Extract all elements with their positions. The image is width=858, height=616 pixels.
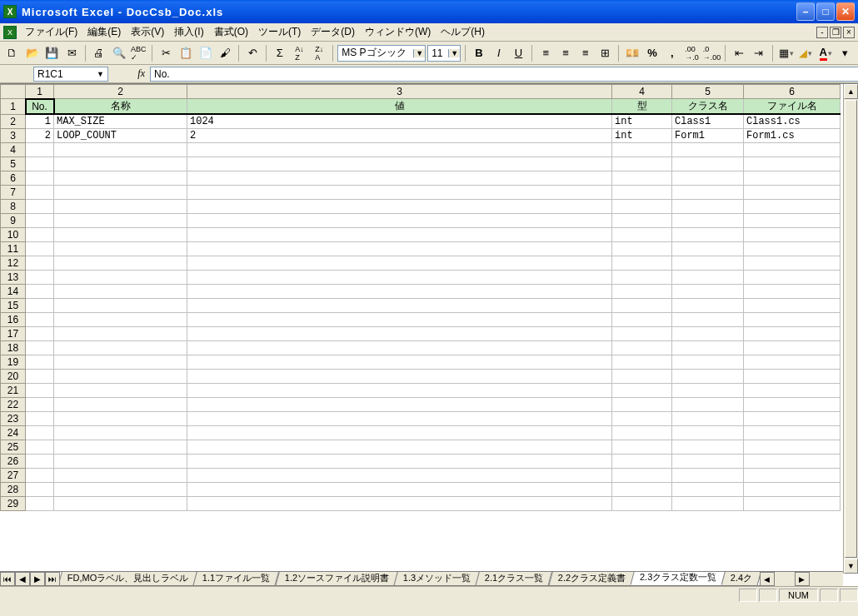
cell[interactable]: [672, 440, 744, 454]
decrease-decimal-icon[interactable]: .0→.00: [702, 44, 721, 62]
cell[interactable]: [672, 256, 744, 270]
cell[interactable]: ファイル名: [744, 99, 841, 115]
cell[interactable]: [187, 397, 612, 411]
cell[interactable]: [612, 425, 672, 440]
menu-edit[interactable]: 編集(E): [82, 23, 126, 41]
row-header[interactable]: 6: [1, 171, 26, 185]
sort-desc-icon[interactable]: Z↓A: [310, 44, 328, 62]
merge-center-icon[interactable]: ⊞: [596, 44, 615, 62]
cell[interactable]: [26, 284, 54, 298]
underline-icon[interactable]: U: [510, 44, 528, 62]
cell[interactable]: Class1: [672, 114, 744, 128]
fx-label[interactable]: fx: [108, 67, 150, 80]
cell[interactable]: [187, 298, 612, 312]
cell[interactable]: 値: [187, 99, 612, 115]
cell[interactable]: LOOP_COUNT: [54, 128, 187, 142]
spellcheck-icon[interactable]: ABC✓: [129, 44, 147, 62]
cell[interactable]: [54, 142, 187, 156]
scroll-right-icon[interactable]: ▶: [795, 572, 810, 586]
cell[interactable]: [744, 411, 841, 425]
cell[interactable]: [672, 185, 744, 199]
cell[interactable]: [26, 171, 54, 185]
cell[interactable]: [54, 298, 187, 312]
cell[interactable]: [26, 298, 54, 312]
cell[interactable]: [672, 312, 744, 326]
font-size-dropdown[interactable]: 11 ▼: [427, 45, 461, 62]
column-header[interactable]: 2: [54, 85, 187, 99]
cell[interactable]: [54, 369, 187, 383]
cell[interactable]: [187, 340, 612, 355]
sheet-tab[interactable]: 2.2クラス定義書: [548, 572, 635, 585]
menu-file[interactable]: ファイル(F): [20, 23, 82, 41]
cell[interactable]: [612, 270, 672, 284]
row-header[interactable]: 10: [1, 227, 26, 241]
cell[interactable]: [744, 355, 841, 369]
cell[interactable]: [26, 227, 54, 241]
menu-help[interactable]: ヘルプ(H): [436, 23, 490, 41]
row-header[interactable]: 14: [1, 284, 26, 298]
cell[interactable]: [672, 284, 744, 298]
cell[interactable]: [612, 468, 672, 482]
cell[interactable]: int: [612, 128, 672, 142]
menu-insert[interactable]: 挿入(I): [169, 23, 208, 41]
cell[interactable]: [54, 411, 187, 425]
sheet-tab[interactable]: FD,MOラベル、見出しラベル: [60, 572, 198, 585]
cell[interactable]: [744, 440, 841, 454]
cell[interactable]: [187, 270, 612, 284]
cell[interactable]: [612, 284, 672, 298]
next-sheet-icon[interactable]: ▶: [30, 572, 45, 586]
cell[interactable]: [26, 213, 54, 227]
row-header[interactable]: 5: [1, 156, 26, 171]
sort-asc-icon[interactable]: A↓Z: [291, 44, 309, 62]
cell[interactable]: [672, 270, 744, 284]
cell[interactable]: [187, 241, 612, 256]
scroll-up-icon[interactable]: ▲: [844, 84, 858, 99]
cell[interactable]: [187, 326, 612, 340]
column-header[interactable]: 4: [612, 85, 672, 99]
cell[interactable]: クラス名: [672, 99, 744, 115]
cell[interactable]: [672, 454, 744, 468]
cell[interactable]: [612, 171, 672, 185]
cell[interactable]: [672, 397, 744, 411]
cell[interactable]: 2: [187, 128, 612, 142]
cell[interactable]: Form1: [672, 128, 744, 142]
cell[interactable]: [187, 256, 612, 270]
spreadsheet-grid[interactable]: 1 2 3 4 5 6 1 No. 名称 値 型 クラス名 ファイル名2 1 M…: [0, 84, 841, 511]
cell[interactable]: [744, 468, 841, 482]
column-header[interactable]: 6: [744, 85, 841, 99]
cell[interactable]: [26, 355, 54, 369]
column-header[interactable]: 5: [672, 85, 744, 99]
cell[interactable]: [672, 241, 744, 256]
cell[interactable]: [187, 156, 612, 171]
cell[interactable]: [744, 397, 841, 411]
close-button[interactable]: ✕: [836, 2, 855, 21]
column-header[interactable]: 1: [26, 85, 54, 99]
row-header[interactable]: 7: [1, 185, 26, 199]
cell[interactable]: [612, 355, 672, 369]
cell[interactable]: [612, 213, 672, 227]
cell[interactable]: int: [612, 114, 672, 128]
cell[interactable]: [187, 496, 612, 510]
cell[interactable]: [54, 383, 187, 397]
cell[interactable]: [612, 454, 672, 468]
cell[interactable]: [26, 326, 54, 340]
cell[interactable]: [744, 383, 841, 397]
cell[interactable]: [187, 482, 612, 496]
cell[interactable]: [612, 227, 672, 241]
cell[interactable]: [612, 440, 672, 454]
percent-icon[interactable]: %: [643, 44, 661, 62]
cell[interactable]: [672, 227, 744, 241]
name-box[interactable]: R1C1 ▼: [33, 67, 108, 82]
cell[interactable]: [26, 270, 54, 284]
cell[interactable]: [612, 142, 672, 156]
cell[interactable]: [54, 355, 187, 369]
row-header[interactable]: 21: [1, 383, 26, 397]
cell[interactable]: [26, 185, 54, 199]
cell[interactable]: [26, 369, 54, 383]
sheet-tab[interactable]: 2.3クラス定数一覧: [630, 572, 726, 585]
cell[interactable]: [54, 185, 187, 199]
cell[interactable]: 型: [612, 99, 672, 115]
new-icon[interactable]: 🗋: [3, 44, 22, 62]
menu-data[interactable]: データ(D): [306, 23, 360, 41]
row-header[interactable]: 13: [1, 270, 26, 284]
